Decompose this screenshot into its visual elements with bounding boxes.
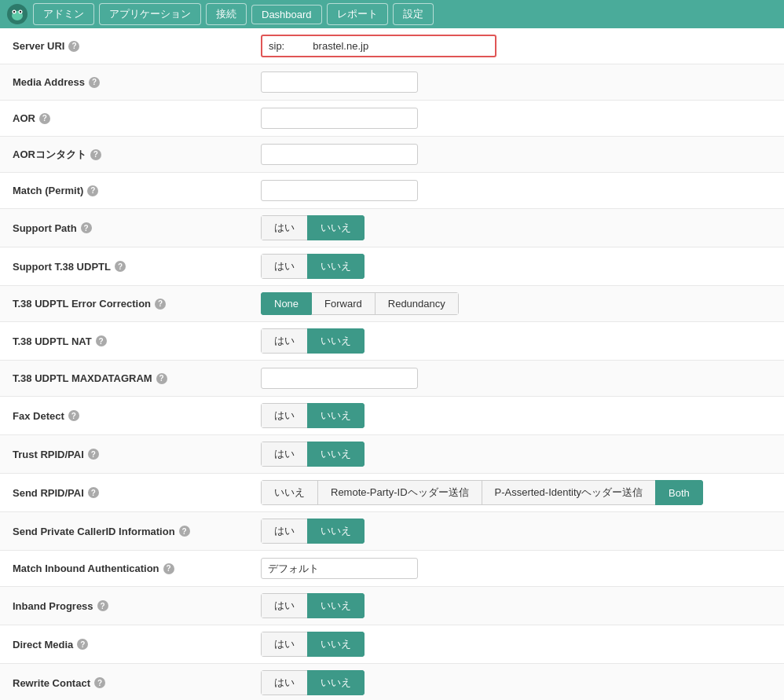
value-t38-maxdatagram xyxy=(251,361,784,395)
value-server-uri xyxy=(251,28,784,64)
btngroup-trust-rpid: はいいいえ xyxy=(261,442,365,467)
btn-support-path-1[interactable]: いいえ xyxy=(307,215,365,240)
label-server-uri: Server URI? xyxy=(0,32,251,60)
help-icon-aor-contact[interactable]: ? xyxy=(90,149,101,160)
form-row-inband-progress: Inband Progress?はいいいえ xyxy=(0,587,784,625)
input-aor-contact[interactable] xyxy=(261,144,418,165)
form-row-media-address: Media Address? xyxy=(0,64,784,101)
nav-application-button[interactable]: アプリケーション xyxy=(99,3,201,25)
help-icon-aor[interactable]: ? xyxy=(39,113,50,124)
main-scroll-area[interactable]: Server URI?Media Address?AOR?AORコンタクト?Ma… xyxy=(0,28,784,700)
svg-point-4 xyxy=(13,11,15,13)
help-icon-fax-detect[interactable]: ? xyxy=(68,410,79,421)
help-icon-trust-rpid[interactable]: ? xyxy=(88,449,99,460)
btn-t38-nat-1[interactable]: いいえ xyxy=(307,328,365,354)
btn-trust-rpid-1[interactable]: いいえ xyxy=(307,442,365,467)
top-nav: アドミン アプリケーション 接続 Dashboard レポート 設定 xyxy=(0,0,784,28)
nav-settings-button[interactable]: 設定 xyxy=(393,3,434,25)
form-row-direct-media: Direct Media?はいいいえ xyxy=(0,625,784,664)
label-aor: AOR? xyxy=(0,104,251,132)
value-inband-progress: はいいいえ xyxy=(251,587,784,625)
help-icon-rewrite-contact[interactable]: ? xyxy=(94,677,105,688)
help-icon-match-permit[interactable]: ? xyxy=(87,185,98,196)
value-match-permit xyxy=(251,174,784,207)
btn-t38-error-correction-2[interactable]: Redundancy xyxy=(375,292,459,315)
label-inband-progress: Inband Progress? xyxy=(0,592,251,620)
nav-connect-button[interactable]: 接続 xyxy=(206,3,247,25)
label-fax-detect: Fax Detect? xyxy=(0,402,251,430)
btn-rewrite-contact-1[interactable]: いいえ xyxy=(307,670,365,695)
btn-send-private-callerid-1[interactable]: いいえ xyxy=(307,519,365,544)
nav-admin-button[interactable]: アドミン xyxy=(33,3,94,25)
btn-send-rpid-1[interactable]: Remote-Party-IDヘッダー送信 xyxy=(317,480,482,505)
label-send-private-callerid: Send Private CallerID Information? xyxy=(0,518,251,545)
btn-fax-detect-0[interactable]: はい xyxy=(261,403,307,428)
nav-dashboard-button[interactable]: Dashboard xyxy=(251,5,322,24)
help-icon-send-rpid[interactable]: ? xyxy=(88,487,99,498)
form-row-match-inbound-auth: Match Inbound Authentication? xyxy=(0,551,784,587)
btngroup-t38-error-correction: NoneForwardRedundancy xyxy=(261,292,459,315)
form-row-server-uri: Server URI? xyxy=(0,28,784,64)
label-match-inbound-auth: Match Inbound Authentication? xyxy=(0,555,251,582)
help-icon-support-t38[interactable]: ? xyxy=(115,261,126,272)
btn-fax-detect-1[interactable]: いいえ xyxy=(307,403,365,428)
help-icon-send-private-callerid[interactable]: ? xyxy=(179,526,190,537)
input-match-permit[interactable] xyxy=(261,180,418,201)
label-text-direct-media: Direct Media xyxy=(13,639,73,651)
btn-support-t38-0[interactable]: はい xyxy=(261,254,307,279)
value-trust-rpid: はいいいえ xyxy=(251,435,784,473)
logo-icon xyxy=(6,3,28,25)
btn-inband-progress-0[interactable]: はい xyxy=(261,593,307,618)
label-text-match-inbound-auth: Match Inbound Authentication xyxy=(13,563,159,574)
label-text-rewrite-contact: Rewrite Contact xyxy=(13,677,90,689)
help-icon-t38-error-correction[interactable]: ? xyxy=(155,299,166,310)
help-icon-match-inbound-auth[interactable]: ? xyxy=(163,563,174,574)
label-support-path: Support Path? xyxy=(0,214,251,242)
btn-rewrite-contact-0[interactable]: はい xyxy=(261,670,307,695)
label-text-send-rpid: Send RPID/PAI xyxy=(13,487,84,499)
btn-t38-error-correction-1[interactable]: Forward xyxy=(311,292,375,315)
label-t38-nat: T.38 UDPTL NAT? xyxy=(0,328,251,355)
btn-trust-rpid-0[interactable]: はい xyxy=(261,442,307,467)
btn-send-rpid-0[interactable]: いいえ xyxy=(261,480,317,505)
label-media-address: Media Address? xyxy=(0,68,251,96)
btn-inband-progress-1[interactable]: いいえ xyxy=(307,593,365,618)
label-text-t38-nat: T.38 UDPTL NAT xyxy=(13,335,92,347)
value-support-path: はいいいえ xyxy=(251,209,784,247)
btn-direct-media-1[interactable]: いいえ xyxy=(307,632,365,657)
btn-support-path-0[interactable]: はい xyxy=(261,215,307,240)
value-t38-nat: はいいいえ xyxy=(251,322,784,360)
btn-support-t38-1[interactable]: いいえ xyxy=(307,254,365,279)
help-icon-server-uri[interactable]: ? xyxy=(68,41,79,52)
input-aor[interactable] xyxy=(261,108,418,129)
btn-send-rpid-3[interactable]: Both xyxy=(655,480,703,505)
form-row-support-path: Support Path?はいいいえ xyxy=(0,209,784,247)
form-row-trust-rpid: Trust RPID/PAI?はいいいえ xyxy=(0,435,784,474)
input-media-address[interactable] xyxy=(261,71,418,93)
help-icon-t38-maxdatagram[interactable]: ? xyxy=(156,373,167,384)
btngroup-rewrite-contact: はいいいえ xyxy=(261,670,365,695)
value-media-address xyxy=(251,65,784,99)
btn-send-private-callerid-0[interactable]: はい xyxy=(261,519,307,544)
help-icon-inband-progress[interactable]: ? xyxy=(97,600,108,611)
help-icon-t38-nat[interactable]: ? xyxy=(96,335,107,346)
form-container: Server URI?Media Address?AOR?AORコンタクト?Ma… xyxy=(0,28,784,700)
btn-send-rpid-2[interactable]: P-Asserted-Identityヘッダー送信 xyxy=(482,480,656,505)
form-row-t38-maxdatagram: T.38 UDPTL MAXDATAGRAM? xyxy=(0,361,784,397)
btn-direct-media-0[interactable]: はい xyxy=(261,632,307,657)
input-server-uri[interactable] xyxy=(261,35,496,57)
nav-report-button[interactable]: レポート xyxy=(327,3,388,25)
help-icon-support-path[interactable]: ? xyxy=(81,222,92,233)
svg-point-5 xyxy=(20,11,21,13)
help-icon-media-address[interactable]: ? xyxy=(89,77,100,88)
input-match-inbound-auth[interactable] xyxy=(261,558,418,579)
btngroup-send-private-callerid: はいいいえ xyxy=(261,519,365,544)
btngroup-t38-nat: はいいいえ xyxy=(261,328,365,354)
label-text-server-uri: Server URI xyxy=(13,40,64,52)
btn-t38-nat-0[interactable]: はい xyxy=(261,328,307,354)
label-text-trust-rpid: Trust RPID/PAI xyxy=(13,449,84,460)
help-icon-direct-media[interactable]: ? xyxy=(77,639,88,650)
input-t38-maxdatagram[interactable] xyxy=(261,368,418,389)
btn-t38-error-correction-0[interactable]: None xyxy=(261,292,311,315)
label-text-fax-detect: Fax Detect xyxy=(13,410,64,422)
